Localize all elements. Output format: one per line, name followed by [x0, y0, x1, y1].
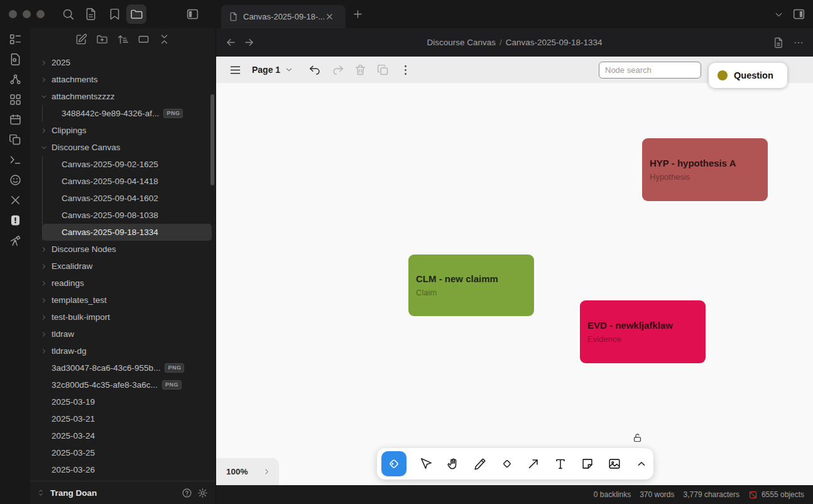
draw-tool[interactable] — [472, 456, 488, 471]
canvas-node-claim[interactable]: CLM - new claimm Claim — [408, 255, 534, 316]
note-tool[interactable] — [580, 456, 595, 471]
tree-folder-test-bulk-import[interactable]: test-bulk-import — [34, 309, 212, 326]
reading-view-icon[interactable] — [773, 37, 784, 48]
tree-file-canvas-0902[interactable]: Canvas-2025-09-02-1625 — [43, 156, 212, 173]
tree-file-2025-03-21[interactable]: 2025-03-21 — [34, 410, 212, 427]
tab-canvas-2025-09-18[interactable]: Canvas-2025-09-18-... — [221, 5, 346, 28]
tree-file-canvas-0908[interactable]: Canvas-2025-09-08-1038 — [43, 207, 212, 224]
hand-tool[interactable] — [445, 456, 461, 471]
tree-folder-2025[interactable]: 2025 — [34, 54, 212, 71]
new-folder-icon[interactable] — [96, 33, 108, 45]
breadcrumb-folder[interactable]: Discourse Canvas — [427, 38, 496, 47]
trash-icon[interactable] — [354, 63, 367, 77]
tree-folder-excalidraw[interactable]: Excalidraw — [34, 258, 212, 275]
tree-file-png-1[interactable]: 3488442c-9e89-4326-af...PNG — [43, 105, 212, 122]
settings-gear-icon[interactable] — [197, 488, 208, 498]
tree-folder-attachmentszzzz[interactable]: attachmentszzzz — [34, 88, 212, 105]
tree-file-2025-03-19[interactable]: 2025-03-19 — [34, 393, 212, 410]
file-switcher-icon[interactable] — [84, 8, 97, 21]
tree-file-2025-03-24[interactable]: 2025-03-24 — [34, 427, 212, 444]
menu-icon[interactable] — [229, 63, 242, 77]
new-note-icon[interactable] — [75, 33, 87, 45]
eraser-tool[interactable] — [499, 456, 515, 471]
word-count[interactable]: 370 words — [640, 490, 674, 499]
tree-file-canvas-0904a[interactable]: Canvas-2025-09-04-1418 — [43, 173, 212, 190]
close-tab-icon[interactable] — [325, 12, 334, 21]
file-explorer: 2025 attachments attachmentszzzz 3488442… — [30, 28, 216, 504]
tree-folder-attachments[interactable]: attachments — [34, 71, 212, 88]
graph-icon[interactable] — [9, 73, 22, 86]
blocks-icon[interactable] — [9, 93, 22, 106]
tree-folder-templates-test[interactable]: templates_test — [34, 292, 212, 309]
tree-folder-tldraw[interactable]: tldraw — [34, 326, 212, 342]
text-tool[interactable] — [553, 456, 568, 471]
zoom-panel[interactable]: 100% — [216, 458, 279, 485]
card-layout-icon[interactable] — [138, 33, 150, 45]
breadcrumb-file[interactable]: Canvas-2025-09-18-1334 — [506, 38, 603, 47]
search-icon[interactable] — [62, 8, 75, 21]
page-selector[interactable]: Page 1 — [252, 65, 280, 75]
new-tab-icon[interactable] — [352, 8, 364, 20]
objects-status[interactable]: 6555 objects — [748, 490, 804, 500]
terminal-icon[interactable] — [9, 153, 22, 167]
plugin-badge-icon[interactable] — [9, 214, 22, 227]
more-vertical-icon[interactable] — [399, 63, 412, 77]
duplicate-icon[interactable] — [376, 63, 390, 77]
calendar-icon[interactable] — [9, 113, 22, 126]
canvas-node-evidence[interactable]: EVD - newkljafklaw Evidence — [580, 300, 706, 363]
chevron-right-icon — [40, 314, 48, 321]
discourse-node-tool-selected[interactable] — [381, 451, 407, 476]
explorer-scrollbar[interactable] — [210, 94, 214, 185]
close-window-button[interactable] — [9, 10, 17, 18]
collapse-all-icon[interactable] — [158, 33, 170, 45]
tree-folder-discourse-canvas[interactable]: Discourse Canvas — [34, 139, 212, 156]
smile-icon[interactable] — [9, 173, 22, 187]
tldraw-canvas[interactable]: Page 1 Question HYP - hypothesis A Hypot… — [216, 57, 813, 485]
character-count[interactable]: 3,779 characters — [684, 490, 739, 499]
tree-file-png-2[interactable]: 3ad30047-8ca6-43c6-955b...PNG — [34, 359, 212, 376]
toggle-right-sidebar-icon[interactable] — [792, 8, 805, 21]
tree-file-2025-03-25[interactable]: 2025-03-25 — [34, 444, 212, 461]
tree-folder-clippings[interactable]: Clippings — [34, 122, 212, 139]
layout-list-icon[interactable] — [9, 33, 22, 46]
backlinks-count[interactable]: 0 backlinks — [594, 490, 631, 499]
vault-switcher[interactable]: Trang Doan — [30, 481, 216, 504]
help-icon[interactable] — [182, 488, 192, 498]
hand-icon — [446, 457, 460, 471]
tree-file-canvas-0904b[interactable]: Canvas-2025-09-04-1602 — [43, 190, 212, 207]
excalidraw-icon[interactable] — [9, 194, 22, 207]
back-arrow-icon[interactable] — [225, 36, 237, 48]
arrow-tool[interactable] — [526, 456, 541, 471]
files-tab-button[interactable] — [126, 4, 146, 24]
node-search-input[interactable] — [599, 62, 701, 79]
tree-folder-tldraw-dg[interactable]: tldraw-dg — [34, 342, 212, 359]
tree-folder-discourse-nodes[interactable]: Discourse Nodes — [34, 241, 212, 258]
more-tools-button[interactable] — [634, 456, 649, 471]
canvas-file-icon[interactable] — [9, 53, 22, 66]
select-tool[interactable] — [418, 456, 434, 471]
tree-file-canvas-0918-selected[interactable]: Canvas-2025-09-18-1334 — [43, 224, 212, 241]
chevron-down-icon[interactable] — [773, 9, 784, 20]
sort-order-icon[interactable] — [117, 33, 129, 45]
minimize-window-button[interactable] — [23, 10, 31, 18]
tree-folder-readings[interactable]: readings — [34, 275, 212, 292]
unlock-icon[interactable] — [632, 432, 643, 443]
tool-toolbar — [377, 448, 653, 479]
tree-file-png-3[interactable]: 32c800d5-4c35-afe8-3a6c...PNG — [34, 376, 212, 393]
redo-icon[interactable] — [331, 63, 344, 77]
undo-icon[interactable] — [308, 63, 322, 77]
asset-tool[interactable] — [607, 456, 622, 471]
question-node-button[interactable]: Question — [709, 63, 787, 88]
chevron-down-icon[interactable] — [285, 65, 293, 74]
copy-icon[interactable] — [9, 133, 22, 146]
forward-arrow-icon[interactable] — [243, 36, 255, 48]
more-options-icon[interactable] — [793, 37, 804, 48]
bookmark-icon[interactable] — [108, 8, 121, 21]
telescope-icon[interactable] — [9, 234, 22, 247]
tree-file-2025-03-26[interactable]: 2025-03-26 — [34, 461, 212, 478]
file-icon — [229, 12, 238, 21]
zoom-window-button[interactable] — [36, 10, 45, 18]
view-header: Discourse Canvas/Canvas-2025-09-18-1334 — [216, 28, 813, 57]
canvas-node-hypothesis[interactable]: HYP - hypothesis A Hypothesis — [642, 138, 768, 201]
toggle-left-sidebar-icon[interactable] — [186, 8, 199, 21]
